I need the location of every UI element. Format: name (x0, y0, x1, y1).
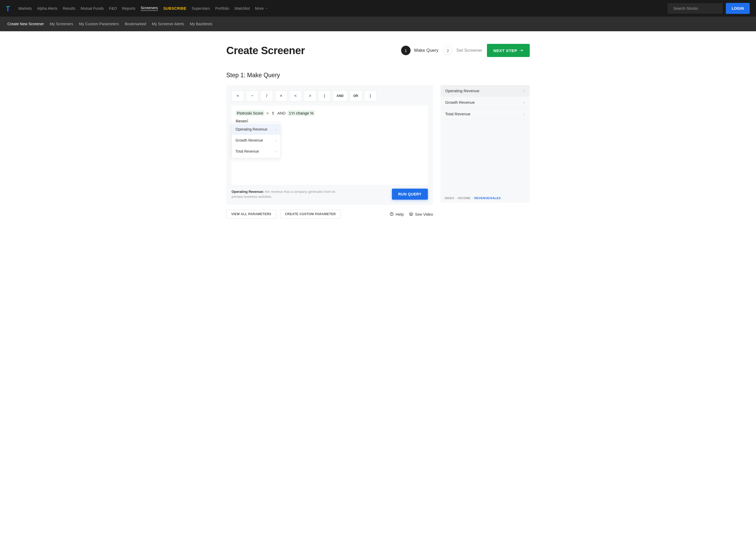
nav-link-alpha-alerts[interactable]: Alpha Alerts (37, 6, 58, 11)
breadcrumb-separator: › (456, 196, 457, 200)
breadcrumb-separator: › (472, 196, 473, 200)
query-token: > (265, 110, 270, 116)
nav-link-portfolio[interactable]: Portfolio (215, 6, 229, 11)
subnav-link-my-screener-alerts[interactable]: My Screener Alerts (152, 22, 184, 26)
help-label: Operating Revenue: (231, 190, 264, 193)
left-column: +−/×<>(ANDOR) Piotroski Score > 5 AND 1Y… (226, 85, 433, 219)
step-1: 1 Make Query (401, 46, 439, 55)
nav-link-markets[interactable]: Markets (19, 6, 32, 11)
nav-link-screeners[interactable]: Screeners (141, 6, 158, 11)
nav-link-superstars[interactable]: Superstars (192, 6, 210, 11)
step-heading: Step 1: Make Query (226, 72, 530, 79)
login-button[interactable]: LOGIN (726, 3, 750, 14)
next-step-label: NEXT STEP (493, 48, 517, 53)
nav-link-mutual-funds[interactable]: Mutual Funds (80, 6, 104, 11)
query-tokens: Piotroski Score > 5 AND 1Yr change % (236, 109, 424, 117)
breadcrumb-item[interactable]: INCOME (458, 196, 471, 200)
nav-link-watchlist[interactable]: Watchlist (234, 6, 250, 11)
step-2-label: Set Screener (456, 48, 482, 53)
create-custom-parameter-button[interactable]: CREATE CUSTOM PARAMETER (280, 210, 341, 219)
chevron-right-icon: › (524, 100, 525, 105)
content-row: +−/×<>(ANDOR) Piotroski Score > 5 AND 1Y… (226, 85, 530, 219)
top-nav: MarketsAlpha AlertsResultsMutual FundsF&… (0, 0, 756, 17)
right-column: Operating Revenue›Growth Revenue›Total R… (441, 85, 530, 219)
page-title: Create Screener (226, 45, 305, 56)
subnav-link-my-custom-parameters[interactable]: My Custom Parameters (79, 22, 119, 26)
step-2-circle: 2 (443, 46, 452, 55)
help-link-label: Help (396, 212, 404, 216)
operator-button[interactable]: − (246, 90, 259, 101)
nav-link-f-o[interactable]: F&O (109, 6, 117, 11)
steps: 1 Make Query 2 Set Screener NEXT STEP (401, 44, 530, 57)
bottom-left-buttons: VIEW ALL PARAMETERS CREATE CUSTOM PARAME… (226, 210, 341, 219)
query-token: AND (276, 110, 287, 116)
operator-button[interactable]: ) (364, 90, 377, 101)
suggestion-item[interactable]: Growth Revenue› (232, 135, 280, 146)
operator-button[interactable]: < (289, 90, 302, 101)
svg-marker-7 (411, 214, 412, 214)
see-video-link[interactable]: See Video (409, 212, 433, 216)
query-footer: Operating Revenue: the revenue that a co… (231, 188, 428, 200)
query-token: Piotroski Score (236, 110, 264, 116)
view-all-parameters-button[interactable]: VIEW ALL PARAMETERS (226, 210, 276, 219)
run-query-button[interactable]: RUN QUERY (392, 188, 428, 200)
operator-button[interactable]: OR (350, 90, 362, 101)
help-link[interactable]: Help (390, 212, 404, 216)
operators-row: +−/×<>(ANDOR) (231, 90, 428, 101)
search-box[interactable] (668, 3, 723, 14)
step-2: 2 Set Screener (443, 46, 482, 55)
operator-button[interactable]: > (304, 90, 316, 101)
breadcrumb: INDEX›INCOME›REVENUE/SALES (441, 193, 530, 203)
operator-button[interactable]: × (275, 90, 287, 101)
subnav-link-bookmarked[interactable]: Bookmarked (125, 22, 146, 26)
sub-nav: Create New ScreenerMy ScreenersMy Custom… (0, 17, 756, 31)
nav-link-subscribe[interactable]: SUBSCRIBE (163, 6, 186, 11)
chevron-right-icon: › (275, 126, 276, 133)
operator-button[interactable]: / (260, 90, 273, 101)
see-video-label: See Video (415, 212, 433, 216)
help-icon (390, 212, 394, 216)
chevron-down-icon (265, 7, 268, 10)
operator-button[interactable]: + (231, 90, 244, 101)
chevron-right-icon: › (524, 88, 525, 93)
video-icon (409, 212, 413, 216)
suggestion-item[interactable]: Total Revenue› (232, 146, 280, 157)
main-container: Create Screener 1 Make Query 2 Set Scree… (214, 31, 542, 229)
parameter-label: Growth Revenue (445, 100, 475, 105)
next-step-button[interactable]: NEXT STEP (487, 44, 530, 57)
nav-link-reports[interactable]: Reports (122, 6, 135, 11)
operator-button[interactable]: ( (318, 90, 331, 101)
subnav-link-my-screeners[interactable]: My Screeners (50, 22, 73, 26)
suggestion-item[interactable]: Operating Revenue› (232, 124, 280, 135)
parameter-label: Operating Revenue (445, 88, 479, 93)
parameter-item[interactable]: Growth Revenue› (441, 97, 530, 108)
subnav-link-my-backtests[interactable]: My Backtests (190, 22, 213, 26)
parameter-list: Operating Revenue›Growth Revenue›Total R… (441, 85, 530, 193)
query-box: +−/×<>(ANDOR) Piotroski Score > 5 AND 1Y… (226, 85, 433, 205)
header-row: Create Screener 1 Make Query 2 Set Scree… (226, 44, 530, 57)
operator-button[interactable]: AND (333, 90, 348, 101)
logo[interactable] (6, 6, 11, 11)
parameter-label: Total Revenue (445, 112, 470, 116)
chevron-right-icon: › (524, 112, 525, 116)
suggestion-dropdown: Operating Revenue›Growth Revenue›Total R… (231, 123, 280, 158)
query-token: 1Yr change % (288, 110, 314, 116)
query-area[interactable]: Piotroski Score > 5 AND 1Yr change % Rev… (231, 106, 428, 185)
chevron-right-icon: › (275, 136, 276, 144)
breadcrumb-item[interactable]: REVENUE/SALES (474, 196, 501, 200)
search-input[interactable] (673, 6, 723, 11)
bottom-row: VIEW ALL PARAMETERS CREATE CUSTOM PARAME… (226, 210, 433, 219)
suggestion-label: Growth Revenue (235, 136, 263, 144)
arrow-right-icon (519, 48, 523, 53)
nav-links: MarketsAlpha AlertsResultsMutual FundsF&… (19, 6, 668, 11)
parameter-item[interactable]: Total Revenue› (441, 108, 530, 120)
nav-right: LOGIN (668, 3, 750, 14)
step-1-label: Make Query (414, 48, 439, 53)
parameter-panel: Operating Revenue›Growth Revenue›Total R… (441, 85, 530, 203)
breadcrumb-item[interactable]: INDEX (445, 196, 454, 200)
help-links: Help See Video (390, 212, 433, 216)
nav-link-more[interactable]: More (255, 6, 268, 11)
nav-link-results[interactable]: Results (63, 6, 75, 11)
subnav-link-create-new-screener[interactable]: Create New Screener (7, 22, 44, 26)
parameter-item[interactable]: Operating Revenue› (441, 85, 530, 97)
